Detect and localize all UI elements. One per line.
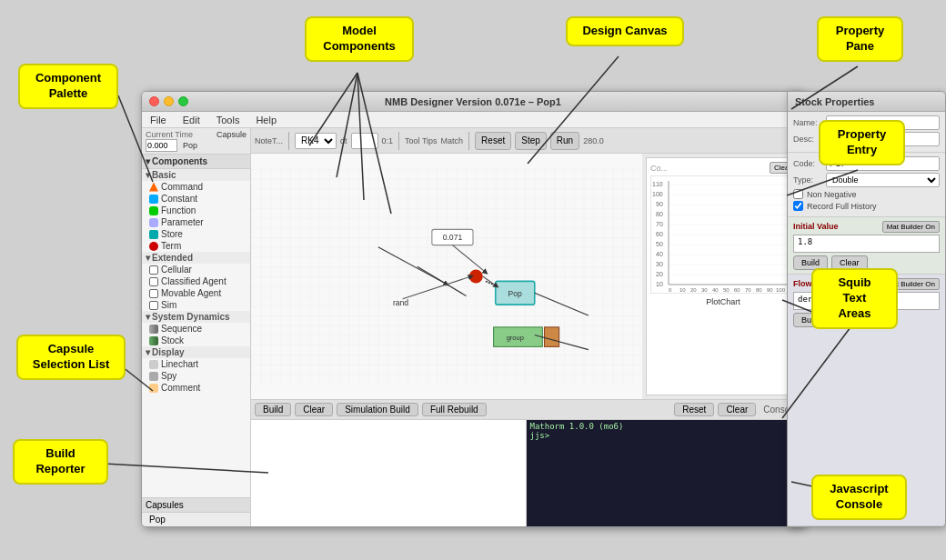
non-negative-label: Non Negative: [807, 190, 857, 199]
component-command[interactable]: Command: [142, 181, 250, 193]
component-classified-agent[interactable]: Classified Agent: [142, 275, 250, 287]
annotation-javascript-console: JavascriptConsole: [811, 475, 907, 520]
build-button[interactable]: Build: [255, 403, 291, 416]
non-negative-row: Non Negative: [793, 189, 940, 199]
plot-chart-svg: 110 100 90 80 70 60 50 40 30 20 10: [650, 175, 791, 294]
capsule-item-pop[interactable]: Pop: [142, 513, 250, 526]
initial-value-input[interactable]: 1.8: [793, 235, 940, 253]
full-rebuild-button[interactable]: Full Rebuild: [422, 403, 487, 416]
menu-edit[interactable]: Edit: [179, 115, 204, 125]
solver-select[interactable]: RK4: [295, 133, 337, 149]
display-subsection[interactable]: ▾ Display: [142, 346, 250, 358]
mat-builder-on-button[interactable]: Mat Builder On: [882, 221, 940, 233]
maximize-button[interactable]: [178, 96, 188, 106]
svg-text:group: group: [507, 334, 524, 342]
close-button[interactable]: [149, 96, 159, 106]
main-toolbar: NoteT... RK4 dt 0:1 Tool Tips Match Rese…: [251, 128, 804, 154]
component-linechart[interactable]: Linechart: [142, 358, 250, 370]
svg-text:110: 110: [652, 181, 663, 187]
svg-text:0.071: 0.071: [443, 233, 463, 242]
component-constant[interactable]: Constant: [142, 193, 250, 205]
design-canvas[interactable]: 0.071 rand Pop: [251, 154, 642, 399]
current-time-input[interactable]: [146, 139, 177, 152]
component-comment[interactable]: Comment: [142, 382, 250, 394]
simulation-build-button[interactable]: Simulation Build: [337, 403, 418, 416]
record-history-row: Record Full History: [793, 201, 940, 211]
menu-tools[interactable]: Tools: [213, 115, 244, 125]
model-svg: 0.071 rand Pop: [251, 154, 642, 399]
svg-text:40: 40: [712, 287, 719, 293]
component-store[interactable]: Store: [142, 228, 250, 240]
component-stock[interactable]: Stock: [142, 335, 250, 346]
javascript-console[interactable]: Mathorm 1.0.0 (mo6) jjs>: [527, 420, 805, 526]
component-cellular[interactable]: Cellular: [142, 264, 250, 275]
extended-subsection[interactable]: ▾ Extended: [142, 252, 250, 264]
svg-text:Pop: Pop: [508, 289, 523, 298]
menu-file[interactable]: File: [146, 115, 170, 125]
current-time-label: Current Time: [146, 130, 193, 139]
svg-text:rand: rand: [393, 298, 408, 307]
svg-text:60: 60: [734, 287, 740, 293]
component-sim[interactable]: Sim: [142, 299, 250, 311]
component-sequence[interactable]: Sequence: [142, 323, 250, 335]
annotation-property-pane: PropertyPane: [817, 16, 903, 62]
record-history-label: Record Full History: [807, 202, 877, 211]
annotation-design-canvas: Design Canvas: [566, 16, 684, 46]
svg-text:70: 70: [656, 221, 663, 227]
component-parameter[interactable]: Parameter: [142, 216, 250, 228]
step-button[interactable]: Step: [515, 132, 547, 150]
bottom-content: Mathorm 1.0.0 (mo6) jjs>: [251, 420, 804, 526]
svg-point-23: [469, 269, 483, 283]
svg-text:40: 40: [656, 251, 663, 257]
chart-area: Co... Clear 110 100 90 80 70 60 50: [646, 157, 800, 395]
svg-text:50: 50: [656, 241, 663, 247]
type-select[interactable]: Double: [826, 173, 940, 187]
record-history-checkbox[interactable]: [793, 201, 803, 211]
run-button[interactable]: Run: [550, 132, 579, 150]
reset-button[interactable]: Reset: [475, 132, 511, 150]
console-line-1: Mathorm 1.0.0 (mo6): [530, 422, 801, 431]
code-label: Code:: [793, 159, 822, 168]
dt-input[interactable]: [351, 133, 378, 149]
menu-bar: File Edit Tools Help: [142, 112, 804, 128]
component-term[interactable]: Term: [142, 240, 250, 252]
capsule-header: Capsules: [142, 498, 250, 513]
property-pane-title: Stock Properties: [788, 92, 945, 112]
svg-text:80: 80: [756, 287, 762, 293]
component-function[interactable]: Function: [142, 205, 250, 216]
reset-button-2[interactable]: Reset: [674, 403, 714, 416]
svg-text:10: 10: [679, 287, 686, 293]
basic-subsection[interactable]: ▾ Basic: [142, 169, 250, 181]
svg-text:50: 50: [723, 287, 730, 293]
svg-text:10: 10: [656, 281, 663, 287]
tool-tips-label: Tool Tips: [405, 136, 438, 145]
clear-button-2[interactable]: Clear: [718, 403, 756, 416]
capsule-section: Capsules Pop: [142, 497, 250, 526]
minimize-button[interactable]: [164, 96, 174, 106]
app-window: NMB Designer Version 0.071e – Pop1 File …: [141, 91, 805, 527]
svg-text:30: 30: [656, 261, 663, 267]
svg-text:20: 20: [656, 271, 663, 277]
svg-text:100: 100: [776, 287, 786, 293]
svg-text:90: 90: [656, 201, 663, 207]
svg-text:80: 80: [656, 211, 663, 217]
annotation-build-reporter: BuildReporter: [13, 439, 108, 485]
svg-rect-27: [545, 327, 559, 347]
menu-help[interactable]: Help: [252, 115, 280, 125]
chart-placeholder: Co...: [650, 164, 668, 173]
component-spy[interactable]: Spy: [142, 370, 250, 382]
build-clear-button[interactable]: Clear: [295, 403, 333, 416]
component-movable-agent[interactable]: Movable Agent: [142, 287, 250, 299]
svg-rect-13: [251, 169, 642, 385]
annotation-squib-text: SquibTextAreas: [811, 268, 898, 329]
title-bar: NMB Designer Version 0.071e – Pop1: [142, 92, 804, 112]
system-dynamics-subsection[interactable]: ▾ System Dynamics: [142, 311, 250, 323]
svg-text:100: 100: [652, 191, 663, 197]
current-time-bar: Current Time Capsule Pop: [142, 128, 250, 155]
build-toolbar: Build Clear Simulation Build Full Rebuil…: [251, 400, 804, 420]
non-negative-checkbox[interactable]: [793, 189, 803, 199]
node-label: NoteT...: [255, 136, 283, 145]
components-header[interactable]: ▾ Components: [142, 155, 250, 169]
chart-title: PlotChart: [650, 297, 796, 306]
traffic-lights: [149, 96, 188, 106]
